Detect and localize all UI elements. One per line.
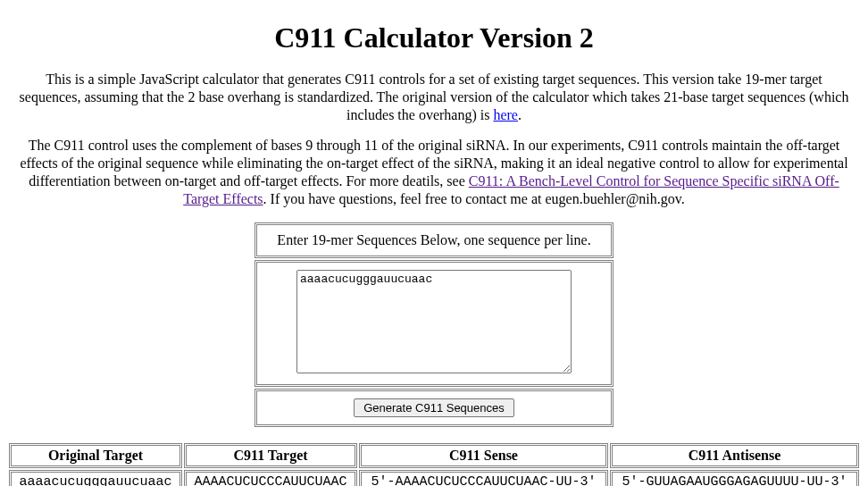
- table-row: aaaacucugggauucuaac AAAACUCUCCCAUUCUAAC …: [9, 470, 859, 486]
- input-form-table: Enter 19-mer Sequences Below, one sequen…: [253, 221, 614, 429]
- cell-c911-antisense: 5'-GUUAGAAUGGGAGAGUUUU-UU-3': [610, 470, 859, 486]
- form-textarea-cell: [255, 260, 613, 387]
- page-title: C911 Calculator Version 2: [7, 21, 861, 54]
- col-c911-antisense: C911 Antisense: [610, 443, 859, 468]
- intro-paragraph-2: The C911 control uses the complement of …: [14, 137, 854, 208]
- sequence-input[interactable]: [296, 270, 572, 373]
- results-header-row: Original Target C911 Target C911 Sense C…: [9, 443, 859, 468]
- intro1-text-a: This is a simple JavaScript calculator t…: [20, 71, 849, 122]
- intro-paragraph-1: This is a simple JavaScript calculator t…: [14, 71, 854, 124]
- results-table: Original Target C911 Target C911 Sense C…: [7, 441, 861, 486]
- col-c911-sense: C911 Sense: [359, 443, 608, 468]
- form-header-cell: Enter 19-mer Sequences Below, one sequen…: [255, 222, 613, 258]
- generate-button[interactable]: Generate C911 Sequences: [354, 398, 514, 417]
- cell-c911-sense: 5'-AAAACUCUCCCAUUCUAAC-UU-3': [359, 470, 608, 486]
- intro1-text-b: .: [518, 107, 522, 122]
- intro2-text-b: . If you have questions, feel free to co…: [263, 191, 685, 206]
- cell-original-target: aaaacucugggauucuaac: [9, 470, 182, 486]
- form-button-cell: Generate C911 Sequences: [255, 389, 613, 427]
- here-link[interactable]: here: [493, 107, 518, 122]
- cell-c911-target: AAAACUCUCCCAUUCUAAC: [184, 470, 357, 486]
- col-c911-target: C911 Target: [184, 443, 357, 468]
- col-original-target: Original Target: [9, 443, 182, 468]
